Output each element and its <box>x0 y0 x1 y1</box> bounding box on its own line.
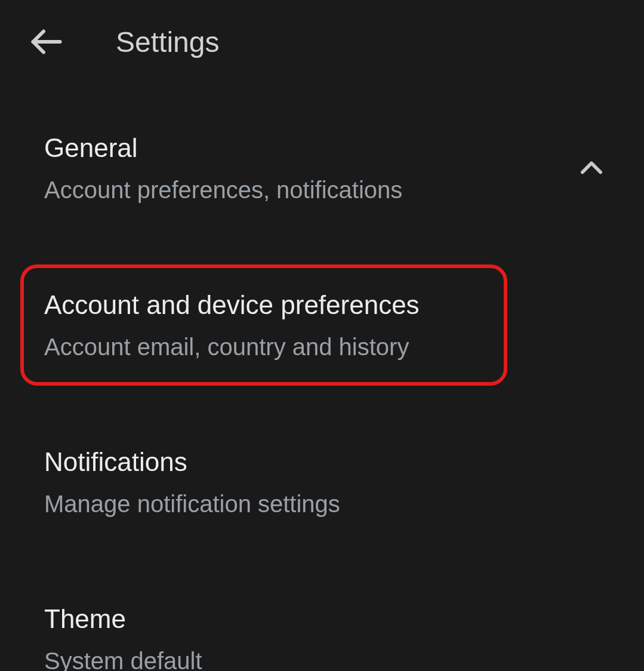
back-button[interactable] <box>29 24 64 60</box>
section-subtitle: Account preferences, notifications <box>44 175 600 205</box>
section-general[interactable]: General Account preferences, notificatio… <box>20 107 624 229</box>
back-arrow-icon <box>29 24 64 60</box>
chevron-up-icon <box>576 153 607 184</box>
settings-list: General Account preferences, notificatio… <box>0 72 644 671</box>
page-title: Settings <box>116 26 219 59</box>
row-title: Account and device preferences <box>44 288 483 321</box>
row-subtitle: System default <box>44 646 600 671</box>
row-theme[interactable]: Theme System default <box>20 578 624 671</box>
row-notifications[interactable]: Notifications Manage notification settin… <box>20 421 624 543</box>
row-title: Theme <box>44 602 600 635</box>
header: Settings <box>0 0 644 72</box>
row-subtitle: Manage notification settings <box>44 489 600 519</box>
section-title: General <box>44 131 600 164</box>
row-title: Notifications <box>44 445 600 478</box>
row-subtitle: Account email, country and history <box>44 332 483 362</box>
row-account-device-preferences[interactable]: Account and device preferences Account e… <box>20 264 507 386</box>
